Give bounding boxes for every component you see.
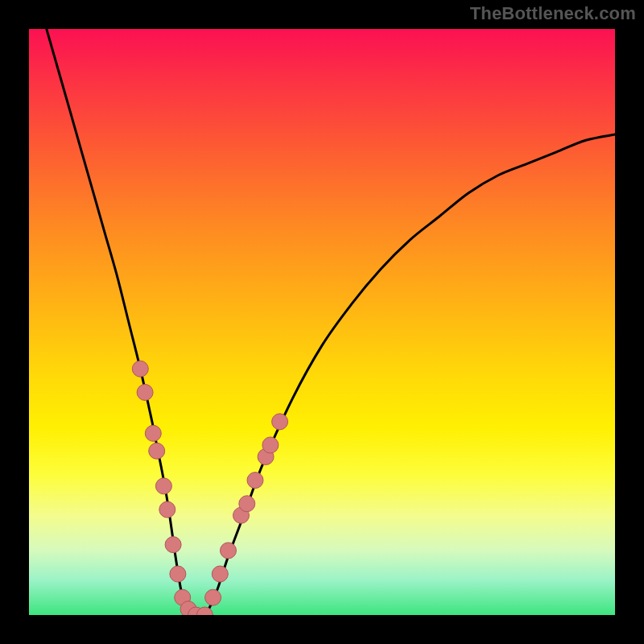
marker-dot xyxy=(165,537,181,553)
marker-dot xyxy=(212,566,228,582)
marker-dot xyxy=(159,502,175,518)
marker-dot xyxy=(149,443,165,459)
marker-dot xyxy=(262,437,279,453)
marker-dot xyxy=(145,425,161,441)
highlighted-points xyxy=(132,361,287,615)
plot-area xyxy=(29,29,615,615)
marker-dot xyxy=(155,478,171,494)
marker-dot xyxy=(272,414,288,430)
marker-dot xyxy=(247,473,263,489)
marker-dot xyxy=(170,566,186,582)
watermark-text: TheBottleneck.com xyxy=(470,3,636,24)
marker-dot xyxy=(221,543,237,559)
curve-svg xyxy=(29,29,615,615)
chart-frame: TheBottleneck.com xyxy=(0,0,644,644)
bottleneck-curve xyxy=(47,29,615,615)
marker-dot xyxy=(205,589,221,605)
marker-dot xyxy=(239,496,255,512)
marker-dot xyxy=(137,384,153,400)
marker-dot xyxy=(132,361,148,377)
